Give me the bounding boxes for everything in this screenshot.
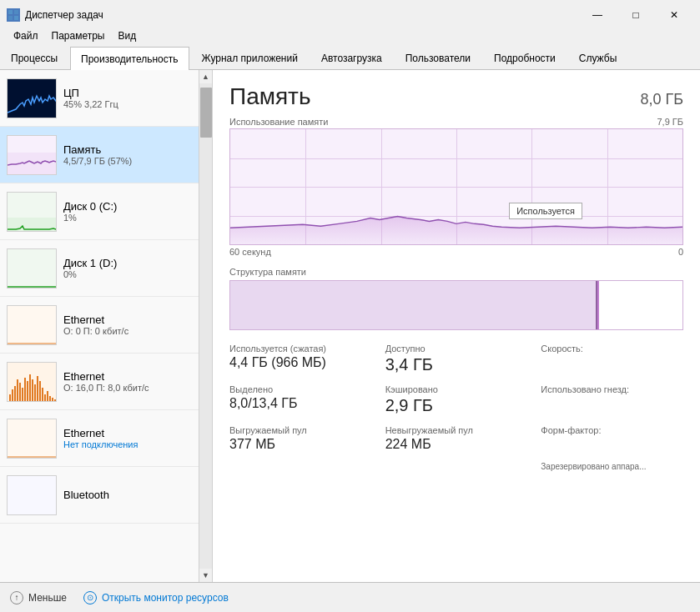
- tab-processes[interactable]: Процессы: [0, 46, 68, 69]
- minimize-button[interactable]: —: [578, 2, 617, 28]
- scroll-down[interactable]: ▼: [199, 569, 213, 582]
- svg-rect-12: [24, 378, 26, 401]
- stat-nonpaged: Невыгружаемый пул 224 МБ: [385, 425, 528, 452]
- menu-params[interactable]: Параметры: [45, 28, 112, 43]
- stat-nonpaged-label: Невыгружаемый пул: [385, 425, 528, 435]
- tab-users[interactable]: Пользователи: [395, 46, 481, 69]
- scrollbar[interactable]: ▲ ▼: [199, 70, 212, 582]
- stat-used-value: 4,4 ГБ (966 МБ): [229, 355, 372, 370]
- tab-startup[interactable]: Автозагрузка: [310, 46, 393, 69]
- memory-total: 8,0 ГБ: [640, 91, 683, 108]
- stat-avail: Доступно 3,4 ГБ: [385, 344, 528, 374]
- svg-rect-19: [42, 388, 43, 401]
- memory-name: Память: [63, 143, 205, 156]
- sidebar-item-disk1[interactable]: Диск 1 (D:) 0%: [0, 240, 212, 297]
- stat-paged-value: 377 МБ: [229, 437, 372, 452]
- scroll-track: [199, 83, 213, 569]
- stat-slots-label: Использовано гнезд:: [541, 384, 683, 394]
- tab-details[interactable]: Подробности: [483, 46, 567, 69]
- stat-speed: Скорость:: [541, 344, 683, 374]
- less-label: Меньше: [28, 592, 67, 604]
- stat-empty2: [385, 462, 528, 473]
- chart-label-left: Использование памяти: [229, 117, 328, 127]
- disk0-detail: 1%: [63, 213, 205, 223]
- eth3-name: Ethernet: [63, 427, 205, 439]
- scroll-thumb: [200, 88, 212, 138]
- chart-svg: [230, 129, 682, 244]
- svg-rect-21: [47, 391, 48, 401]
- menu-view[interactable]: Вид: [111, 28, 143, 43]
- monitor-button[interactable]: ⊙ Открыть монитор ресурсов: [83, 591, 229, 604]
- menubar: Файл Параметры Вид: [0, 27, 700, 45]
- sidebar-item-eth2[interactable]: Ethernet О: 16,0 П: 8,0 кбит/с: [0, 354, 212, 410]
- stat-speed-label: Скорость:: [541, 344, 683, 354]
- sidebar-item-cpu[interactable]: ЦП 45% 3,22 Ггц: [0, 70, 212, 127]
- maximize-button[interactable]: □: [617, 2, 655, 28]
- cpu-thumb: [7, 78, 57, 118]
- struct-label: Структура памяти: [229, 267, 683, 277]
- stat-reserved-label: Зарезервировано аппара...: [541, 462, 683, 471]
- memory-info: Память 4,5/7,9 ГБ (57%): [63, 143, 205, 166]
- scroll-up[interactable]: ▲: [199, 70, 213, 83]
- svg-rect-8: [14, 386, 16, 401]
- chart-time-right: 0: [678, 247, 683, 257]
- sidebar-item-disk0[interactable]: Диск 0 (C:) 1%: [0, 183, 212, 240]
- tab-app-history[interactable]: Журнал приложений: [191, 46, 309, 69]
- stats-grid: Используется (сжатая) 4,4 ГБ (966 МБ) До…: [229, 344, 683, 473]
- chart-time-row: 60 секунд 0: [229, 247, 683, 257]
- eth3-detail: Нет подключения: [63, 439, 205, 449]
- bt-info: Bluetooth: [63, 489, 205, 501]
- chart-tooltip: Используется: [509, 203, 582, 219]
- sidebar-item-memory[interactable]: Память 4,5/7,9 ГБ (57%): [0, 127, 212, 183]
- stat-form-label: Форм-фактор:: [541, 425, 683, 435]
- struct-free: [599, 281, 682, 329]
- disk0-info: Диск 0 (C:) 1%: [63, 200, 205, 223]
- sidebar-item-eth1[interactable]: Ethernet О: 0 П: 0 кбит/с: [0, 297, 212, 354]
- less-button[interactable]: ↑ Меньше: [10, 591, 67, 604]
- chart-label-right: 7,9 ГБ: [657, 117, 683, 127]
- svg-rect-9: [17, 379, 18, 401]
- stat-used-label: Используется (сжатая): [229, 344, 372, 354]
- eth1-thumb: [7, 305, 57, 345]
- stat-paged: Выгружаемый пул 377 МБ: [229, 425, 372, 452]
- svg-rect-22: [49, 396, 51, 401]
- bottom-bar: ↑ Меньше ⊙ Открыть монитор ресурсов: [0, 582, 700, 612]
- memory-title: Память: [229, 83, 311, 110]
- memory-detail: 4,5/7,9 ГБ (57%): [63, 156, 205, 166]
- disk1-info: Диск 1 (D:) 0%: [63, 257, 205, 279]
- tabs: Процессы Производительность Журнал прило…: [0, 45, 700, 70]
- window-controls: — □ ✕: [578, 2, 693, 28]
- svg-rect-1: [14, 10, 18, 14]
- stat-alloc-value: 8,0/13,4 ГБ: [229, 396, 372, 411]
- stat-empty1: [229, 462, 372, 473]
- tab-services[interactable]: Службы: [568, 46, 627, 69]
- eth2-info: Ethernet О: 16,0 П: 8,0 кбит/с: [63, 370, 205, 393]
- svg-rect-7: [12, 389, 13, 401]
- stat-slots: Использовано гнезд:: [541, 384, 683, 415]
- chart-time-left: 60 секунд: [229, 247, 271, 257]
- stat-avail-label: Доступно: [385, 344, 528, 354]
- disk1-detail: 0%: [63, 269, 205, 279]
- svg-rect-0: [8, 10, 13, 14]
- menu-file[interactable]: Файл: [7, 28, 45, 43]
- struct-bar: [229, 280, 683, 330]
- svg-rect-6: [9, 394, 11, 401]
- app-icon: [7, 8, 20, 22]
- sidebar-item-bluetooth[interactable]: Bluetooth: [0, 467, 212, 524]
- disk1-name: Диск 1 (D:): [63, 257, 205, 269]
- usage-chart: Используется: [229, 128, 683, 245]
- right-panel: Память 8,0 ГБ Использование памяти 7,9 Г…: [213, 70, 700, 582]
- svg-rect-24: [54, 399, 56, 401]
- memory-header: Память 8,0 ГБ: [229, 83, 683, 110]
- eth1-name: Ethernet: [63, 314, 205, 326]
- chart-label-row: Использование памяти 7,9 ГБ: [229, 117, 683, 127]
- eth3-thumb: [7, 419, 57, 459]
- monitor-icon: ⊙: [83, 591, 97, 604]
- bt-thumb: [7, 475, 57, 515]
- tab-performance[interactable]: Производительность: [70, 47, 189, 70]
- close-button[interactable]: ✕: [655, 2, 693, 28]
- eth3-info: Ethernet Нет подключения: [63, 427, 205, 449]
- svg-rect-11: [22, 388, 23, 401]
- struct-section: Структура памяти: [229, 267, 683, 330]
- sidebar-item-eth3[interactable]: Ethernet Нет подключения: [0, 410, 212, 467]
